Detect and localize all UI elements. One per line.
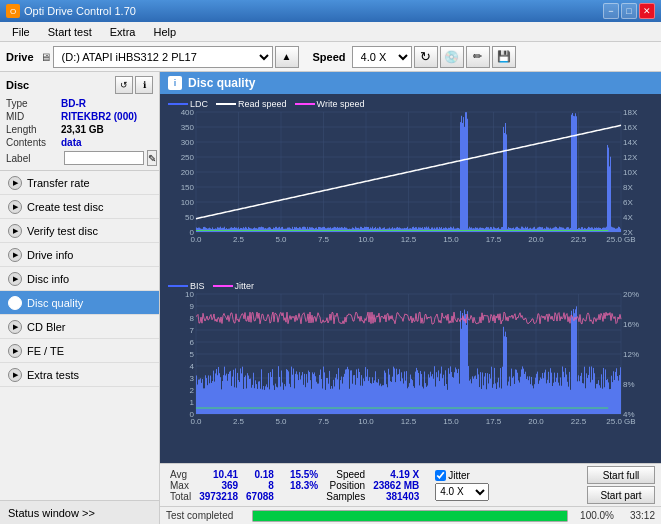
read-speed-color: [216, 103, 236, 105]
ldc-color: [168, 103, 188, 105]
lower-chart-canvas: [164, 292, 657, 432]
disc-quality-icon: ▶: [8, 296, 22, 310]
verify-test-icon: ▶: [8, 224, 22, 238]
stats-bar: Avg 10.41 0.18 15.5% Speed 4.19 X Max 36…: [160, 463, 661, 506]
sidebar-item-disc-quality[interactable]: ▶ Disc quality: [0, 291, 159, 315]
close-button[interactable]: ✕: [639, 3, 655, 19]
extra-tests-label: Extra tests: [27, 369, 79, 381]
menu-file[interactable]: File: [4, 24, 38, 40]
bis-legend: BIS: [168, 281, 205, 291]
max-label: Max: [166, 480, 195, 491]
sidebar-item-create-test-disc[interactable]: ▶ Create test disc: [0, 195, 159, 219]
bis-color: [168, 285, 188, 287]
start-part-button[interactable]: Start part: [587, 486, 655, 504]
position-label: Position: [322, 480, 369, 491]
minimize-button[interactable]: −: [603, 3, 619, 19]
refresh-button[interactable]: ↻: [414, 46, 438, 68]
ldc-label: LDC: [190, 99, 208, 109]
stats-table: Avg 10.41 0.18 15.5% Speed 4.19 X Max 36…: [166, 469, 423, 502]
speed-select[interactable]: 4.0 X: [352, 46, 412, 68]
samples-label: Samples: [322, 491, 369, 502]
sidebar-item-transfer-rate[interactable]: ▶ Transfer rate: [0, 171, 159, 195]
drive-eject-button[interactable]: ▲: [275, 46, 299, 68]
lower-legend: BIS Jitter: [164, 280, 657, 292]
test-buttons: Start full Start part: [587, 466, 655, 504]
write-speed-legend: Write speed: [295, 99, 365, 109]
fe-te-label: FE / TE: [27, 345, 64, 357]
lower-chart-wrapper: BIS Jitter: [164, 280, 657, 460]
status-window-label: Status window >>: [8, 507, 95, 519]
avg-jitter: 15.5%: [286, 469, 322, 480]
dq-icon: i: [168, 76, 182, 90]
contents-value: data: [61, 137, 82, 148]
jitter-checkbox[interactable]: [435, 470, 446, 481]
total-label: Total: [166, 491, 195, 502]
disc-header: Disc: [6, 79, 29, 91]
extra-tests-icon: ▶: [8, 368, 22, 382]
start-full-button[interactable]: Start full: [587, 466, 655, 484]
label-input[interactable]: [64, 151, 144, 165]
upper-legend: LDC Read speed Write speed: [164, 98, 657, 110]
disc-refresh-btn[interactable]: ↺: [115, 76, 133, 94]
status-window-button[interactable]: Status window >>: [0, 500, 159, 524]
disc-quality-header: i Disc quality: [160, 72, 661, 94]
speed-label-stat: Speed: [322, 469, 369, 480]
sidebar-item-verify-test-disc[interactable]: ▶ Verify test disc: [0, 219, 159, 243]
sidebar-item-cd-bler[interactable]: ▶ CD Bler: [0, 315, 159, 339]
maximize-button[interactable]: □: [621, 3, 637, 19]
speed-label: Speed: [313, 51, 346, 63]
status-text: Test completed: [166, 510, 246, 521]
sidebar-item-disc-info[interactable]: ▶ Disc info: [0, 267, 159, 291]
disc-button[interactable]: 💿: [440, 46, 464, 68]
transfer-rate-icon: ▶: [8, 176, 22, 190]
verify-test-label: Verify test disc: [27, 225, 98, 237]
jitter-checkbox-row: Jitter: [435, 470, 489, 481]
disc-info-icon: ▶: [8, 272, 22, 286]
position-value: 23862 MB: [369, 480, 423, 491]
main-content: Disc ↺ ℹ Type BD-R MID RITEKBR2 (000) Le…: [0, 72, 661, 524]
drive-label: Drive: [6, 51, 34, 63]
write-button[interactable]: ✏: [466, 46, 490, 68]
title-bar-controls: − □ ✕: [603, 3, 655, 19]
sidebar-item-drive-info[interactable]: ▶ Drive info: [0, 243, 159, 267]
label-edit-btn[interactable]: ✎: [147, 150, 157, 166]
create-test-label: Create test disc: [27, 201, 103, 213]
progress-track: [252, 510, 568, 522]
content-area: i Disc quality LDC Read speed: [160, 72, 661, 524]
disc-quality-label: Disc quality: [27, 297, 83, 309]
disc-info-label: Disc info: [27, 273, 69, 285]
type-value: BD-R: [61, 98, 86, 109]
upper-chart-wrapper: LDC Read speed Write speed: [164, 98, 657, 278]
progress-time: 33:12: [620, 510, 655, 521]
dq-title: Disc quality: [188, 76, 255, 90]
menu-start-test[interactable]: Start test: [40, 24, 100, 40]
samples-value: 381403: [369, 491, 423, 502]
disc-mid-row: MID RITEKBR2 (000): [6, 111, 153, 122]
label-label: Label: [6, 153, 61, 164]
cd-bler-label: CD Bler: [27, 321, 66, 333]
speed-dropdown[interactable]: 4.0 X: [435, 483, 489, 501]
menu-help[interactable]: Help: [145, 24, 184, 40]
disc-info-btn[interactable]: ℹ: [135, 76, 153, 94]
app-icon: O: [6, 4, 20, 18]
sidebar-item-fe-te[interactable]: ▶ FE / TE: [0, 339, 159, 363]
type-label: Type: [6, 98, 61, 109]
drive-select[interactable]: (D:) ATAPI iHBS312 2 PL17: [53, 46, 273, 68]
fe-te-icon: ▶: [8, 344, 22, 358]
ldc-legend: LDC: [168, 99, 208, 109]
title-bar-left: O Opti Drive Control 1.70: [6, 4, 136, 18]
write-speed-color: [295, 103, 315, 105]
cd-bler-icon: ▶: [8, 320, 22, 334]
menu-extra[interactable]: Extra: [102, 24, 144, 40]
avg-speed: 4.19 X: [369, 469, 423, 480]
jitter-legend: Jitter: [213, 281, 255, 291]
write-speed-label: Write speed: [317, 99, 365, 109]
create-test-icon: ▶: [8, 200, 22, 214]
save-button[interactable]: 💾: [492, 46, 516, 68]
avg-bis: 0.18: [242, 469, 278, 480]
jitter-label: Jitter: [235, 281, 255, 291]
app-title: Opti Drive Control 1.70: [24, 5, 136, 17]
jitter-check-label: Jitter: [448, 470, 470, 481]
sidebar-item-extra-tests[interactable]: ▶ Extra tests: [0, 363, 159, 387]
drive-bar: Drive 🖥 (D:) ATAPI iHBS312 2 PL17 ▲ Spee…: [0, 42, 661, 72]
